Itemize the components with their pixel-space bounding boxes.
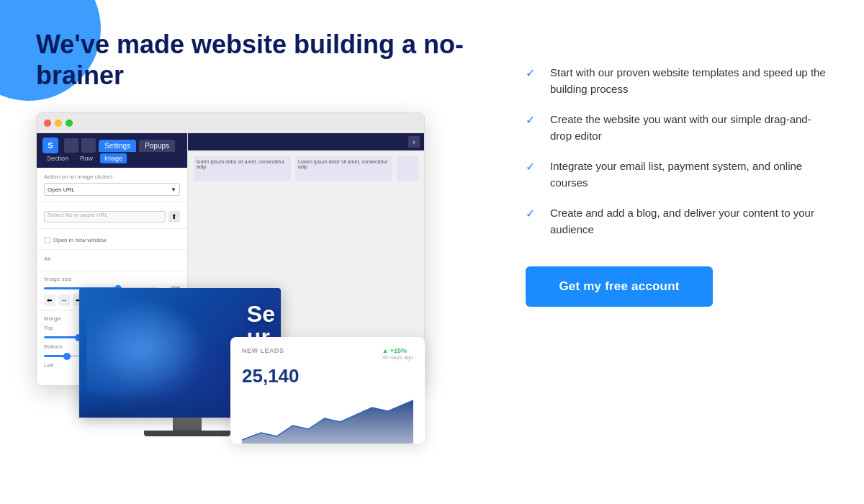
new-window-row: Open in new window [44, 237, 180, 243]
check-icon-2: ✓ [526, 113, 541, 129]
canvas-block-1: lorem ipsum dolor sit amet, consectetur … [194, 156, 291, 181]
feature-text-2: Create the website you want with our sim… [550, 112, 828, 144]
select-arrow: ▼ [171, 186, 176, 193]
canvas-block-2: Lorem ipsum dolor sit amet, consectetur … [295, 156, 392, 181]
url-input[interactable]: Select file or paste URL [44, 211, 166, 222]
editor-tabs: S Settings Popups [37, 133, 187, 153]
canvas-text-1: lorem ipsum dolor sit amet, consectetur … [197, 159, 288, 169]
image-size-label: Image size [44, 276, 180, 282]
stats-badge: ▲ +15% [382, 347, 413, 354]
stats-chart [242, 393, 413, 444]
check-icon-1: ✓ [526, 66, 541, 82]
canvas-content: lorem ipsum dolor sit amet, consectetur … [188, 150, 424, 187]
editor-tab-icon: S [42, 138, 58, 153]
nav-image[interactable]: Image [100, 153, 127, 163]
monitor-big-text-1: Se [247, 302, 275, 325]
action-label: Action on an image clicked [44, 174, 180, 180]
new-window-section: Open in new window [37, 229, 187, 250]
feature-text-3: Integrate your email list, payment syste… [550, 158, 828, 191]
right-side: ✓ Start with our proven website template… [482, 22, 828, 307]
editor-nav: Section Row Image [37, 153, 187, 168]
monitor-base [144, 431, 230, 436]
stats-label: NEW LEADS [242, 347, 284, 354]
chart-svg [242, 393, 413, 444]
tab-settings[interactable]: Settings [99, 140, 136, 152]
editor-mockup: S Settings Popups Section Row Image [36, 112, 446, 444]
canvas-text-2: Lorem ipsum dolor sit amet, consectetur … [298, 159, 390, 169]
alt-label: Alt [44, 256, 180, 262]
bottom-thumb[interactable] [63, 353, 71, 360]
action-select[interactable]: Open URL ▼ [44, 183, 180, 196]
left-side: We've made website building a no-brainer… [36, 22, 482, 444]
new-window-checkbox[interactable] [44, 237, 50, 243]
feature-text-1: Start with our proven website templates … [550, 65, 828, 97]
stats-card: NEW LEADS ▲ +15% 30 days ago 25,140 [230, 337, 425, 444]
cta-button[interactable]: Get my free account [526, 266, 713, 307]
stats-number: 25,140 [242, 365, 413, 387]
dot-yellow [55, 120, 62, 127]
url-input-row: Select file or paste URL ⬆ [44, 211, 180, 222]
url-placeholder: Select file or paste URL [48, 212, 108, 218]
feature-item-2: ✓ Create the website you want with our s… [526, 112, 828, 144]
stats-card-header: NEW LEADS ▲ +15% 30 days ago [242, 347, 413, 361]
canvas-row-1: lorem ipsum dolor sit amet, consectetur … [194, 156, 418, 181]
editor-icon-btn-1[interactable] [64, 138, 78, 153]
check-icon-4: ✓ [526, 207, 541, 222]
page-wrapper: We've made website building a no-brainer… [0, 0, 864, 504]
upload-icon[interactable]: ⬆ [168, 211, 180, 222]
stats-card-right: ▲ +15% 30 days ago [382, 347, 413, 361]
check-icon-3: ✓ [526, 160, 541, 176]
new-window-label: Open in new window [53, 237, 107, 243]
feature-text-4: Create and add a blog, and deliver your … [550, 205, 828, 238]
content-area: We've made website building a no-brainer… [0, 0, 864, 504]
feature-item-4: ✓ Create and add a blog, and deliver you… [526, 205, 828, 238]
top-fill [44, 336, 78, 338]
nav-row[interactable]: Row [76, 153, 97, 163]
monitor-neck [173, 418, 202, 431]
tab-popups[interactable]: Popups [139, 140, 175, 152]
alt-section: Alt [37, 250, 187, 271]
dot-red [44, 120, 51, 127]
canvas-top-bar: › [188, 133, 424, 150]
dot-green [66, 120, 73, 127]
align-center-btn[interactable]: ↔ [58, 294, 70, 306]
feature-item-1: ✓ Start with our proven website template… [526, 65, 828, 97]
canvas-block-3 [397, 156, 418, 181]
align-left-btn[interactable]: ⬅ [44, 294, 55, 306]
stats-days: 30 days ago [382, 354, 413, 361]
page-title: We've made website building a no-brainer [36, 29, 482, 91]
canvas-arrow[interactable]: › [408, 136, 420, 148]
action-value: Open URL [48, 186, 75, 193]
stats-card-left: NEW LEADS [242, 347, 284, 354]
nav-section[interactable]: Section [42, 153, 73, 163]
action-field-section: Action on an image clicked Open URL ▼ [37, 168, 187, 202]
browser-titlebar [37, 113, 424, 133]
url-field-section: Select file or paste URL ⬆ [37, 202, 187, 229]
feature-item-3: ✓ Integrate your email list, payment sys… [526, 158, 828, 191]
editor-icon-btn-2[interactable] [81, 138, 96, 153]
feature-list: ✓ Start with our proven website template… [526, 65, 828, 238]
